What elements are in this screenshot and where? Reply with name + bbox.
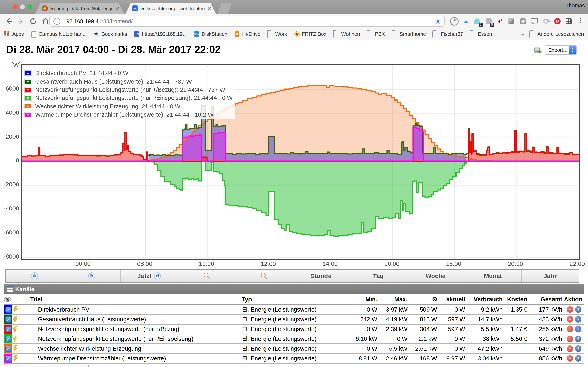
channel-info-icon[interactable]: i — [575, 355, 581, 362]
channel-checkbox[interactable]: ✓ — [5, 346, 11, 352]
interval-hour-button[interactable]: Stunde — [293, 269, 350, 282]
export-select[interactable]: Export... ▲▼ — [545, 45, 577, 55]
channel-row[interactable]: ✓Direktverbrauch PVEl. Energie (Leistung… — [4, 305, 584, 314]
channel-checkbox[interactable]: ✓ — [5, 307, 11, 313]
bookmark-apps[interactable]: Apps — [4, 31, 24, 37]
channel-checkbox[interactable]: ✓ — [5, 326, 11, 332]
channel-info-icon[interactable]: i — [575, 326, 581, 332]
interval-year-button[interactable]: Jahr — [522, 269, 579, 282]
channel-remove-icon[interactable]: − — [567, 306, 573, 313]
channel-row[interactable]: ✓Netzverknüpfungspunkt Leistungswerte (n… — [4, 334, 584, 344]
home-button[interactable] — [41, 17, 50, 26]
extension-ghost-icon[interactable]: 0 — [473, 17, 481, 25]
channel-checkbox[interactable]: ✓ — [5, 336, 11, 342]
extension-cloud-icon[interactable]: ☁ — [461, 17, 470, 25]
channel-row[interactable]: ✓Gesamtverbrauch Haus (Leistungswerte)El… — [4, 314, 584, 324]
channel-remove-icon[interactable]: − — [567, 326, 573, 332]
export-icon — [534, 46, 542, 54]
zoom-out-button[interactable] — [235, 269, 293, 282]
channel-info-icon[interactable]: i — [575, 336, 581, 342]
col-avg[interactable]: Ø — [407, 294, 437, 305]
col-aktuell[interactable]: aktuell — [437, 294, 465, 305]
tab-solaredge[interactable]: Reading Data from Solaredge i ✕ — [35, 3, 124, 14]
col-typ[interactable]: Typ — [242, 294, 346, 305]
nav-forward-button[interactable] — [63, 269, 121, 282]
col-titel[interactable]: Titel — [30, 294, 242, 305]
tab-volkszaehler[interactable]: volkszaehler.org - web fronten ✕ — [125, 3, 216, 14]
extension-ip-icon[interactable]: IP — [450, 17, 458, 25]
legend-item: Wechselrichter Wirkleistung Erzeugung: 2… — [25, 102, 233, 110]
forward-button[interactable] — [16, 17, 25, 26]
channel-gesamt: 649 kWh — [527, 344, 562, 354]
channel-remove-icon[interactable]: − — [567, 355, 573, 362]
channel-remove-icon[interactable]: − — [567, 345, 573, 352]
minimize-window-button[interactable] — [20, 4, 25, 9]
channel-title[interactable]: Wärmepumpe Drehstromzähler (Leistungswer… — [30, 354, 242, 363]
browser-profile-name[interactable]: Thomas — [566, 2, 585, 8]
col-verbrauch[interactable]: Verbrauch — [465, 294, 503, 305]
bookmark-campus-nutzerhan-[interactable]: Campus Nutzerhan... — [30, 31, 87, 37]
bookmark-star-icon[interactable]: ★ — [435, 17, 441, 25]
extension-gray1-icon[interactable] — [507, 17, 516, 25]
col-kosten[interactable]: Kosten — [503, 294, 527, 305]
extension-authy-icon[interactable] — [553, 17, 562, 25]
col-gesamt[interactable]: Gesamt — [527, 294, 562, 305]
channel-title[interactable]: Direktverbrauch PV — [30, 305, 242, 314]
channel-info-icon[interactable]: i — [575, 306, 581, 313]
chart-plot-area[interactable]: Direktverbrauch PV: 21:44:44 - 0 WGesamt… — [21, 64, 580, 260]
channel-info-icon[interactable]: i — [575, 345, 581, 352]
channel-remove-icon[interactable]: − — [567, 336, 573, 342]
channel-title[interactable]: Wechselrichter Wirkleistung Erzeugung — [30, 344, 242, 354]
interval-day-button[interactable]: Tag — [350, 269, 407, 282]
add-channel-button[interactable]: + Kanal hinzufügen — [4, 363, 89, 367]
tab-close-icon[interactable]: ✕ — [208, 5, 212, 11]
extension-four-icon[interactable]: 44 — [496, 17, 504, 25]
close-window-button[interactable] — [13, 4, 17, 9]
bookmark-fischer37[interactable]: Fischer37 — [433, 31, 463, 37]
channel-title[interactable]: Netzverknüpfungspunkt Leistungswerte (nu… — [30, 324, 242, 334]
interval-week-button[interactable]: Woche — [407, 269, 465, 282]
extension-gray2-icon[interactable] — [519, 17, 527, 25]
extension-key-icon[interactable] — [541, 17, 550, 25]
reload-button[interactable] — [29, 17, 38, 26]
channel-row[interactable]: ✓Wärmepumpe Drehstromzähler (Leistungswe… — [4, 354, 584, 363]
new-tab-button[interactable] — [218, 3, 232, 14]
channel-kosten — [503, 344, 527, 354]
nav-now-button[interactable]: Jetzt — [121, 269, 178, 282]
zoom-in-button[interactable] — [178, 269, 235, 282]
nav-back-button[interactable] — [6, 269, 63, 282]
channel-checkbox[interactable]: ✓ — [5, 355, 11, 361]
extension-cast-icon[interactable] — [530, 17, 539, 25]
channel-checkbox[interactable]: ✓ — [5, 316, 11, 322]
page-info-icon[interactable]: i — [53, 18, 61, 25]
back-button[interactable] — [4, 17, 13, 26]
channel-remove-icon[interactable]: − — [567, 316, 573, 323]
visibility-eye-icon[interactable] — [4, 297, 11, 302]
channel-title[interactable]: Gesamtverbrauch Haus (Leistungswerte) — [30, 314, 242, 324]
channel-row[interactable]: ✓Netzverknüpfungspunkt Leistungswerte (n… — [4, 324, 584, 334]
col-min[interactable]: Min. — [346, 294, 377, 305]
channel-title[interactable]: Netzverknüpfungspunkt Leistungswerte (nu… — [30, 334, 242, 344]
bookmark-pbx[interactable]: PBX — [366, 31, 385, 37]
browser-menu-button[interactable]: ⋮ — [577, 17, 585, 24]
bookmark-essen[interactable]: Essen — [470, 31, 492, 37]
extension-grid-icon[interactable] — [564, 17, 573, 25]
extension-avast-icon[interactable]: 0 — [484, 17, 493, 25]
zoom-window-button[interactable] — [27, 4, 32, 9]
col-max[interactable]: Max. — [377, 294, 407, 305]
channel-info-icon[interactable]: i — [575, 316, 581, 323]
bookmark-smarthome[interactable]: Smarthome — [391, 31, 426, 37]
tab-close-icon[interactable]: ✕ — [116, 5, 120, 11]
interval-month-button[interactable]: Monat — [465, 269, 522, 282]
bookmark-wohnen[interactable]: Wohnen — [333, 31, 360, 37]
bookmark-diskstation[interactable]: DSMDiskStation — [193, 31, 227, 37]
bookmark-andere-lesezeichen[interactable]: Andere Lesezeichen — [529, 31, 584, 37]
address-bar[interactable]: i 192.168.199.41:88/frontend/ ★ — [49, 16, 445, 26]
channel-row[interactable]: ✓Wechselrichter Wirkleistung ErzeugungEl… — [4, 344, 584, 354]
bookmark-bookmarks[interactable]: ★Bookmarks — [93, 31, 127, 37]
bookmark-fritz-box[interactable]: FRITZ!Box — [294, 31, 327, 37]
bookmarks-overflow-icon[interactable]: » — [521, 31, 524, 37]
bookmark-hi-drive[interactable]: Hi-Drive — [234, 31, 260, 37]
bookmark-https-192-168-19-[interactable]: 2Nhttps://192.168.19... — [134, 31, 187, 37]
bookmark-work[interactable]: Work — [267, 31, 287, 37]
